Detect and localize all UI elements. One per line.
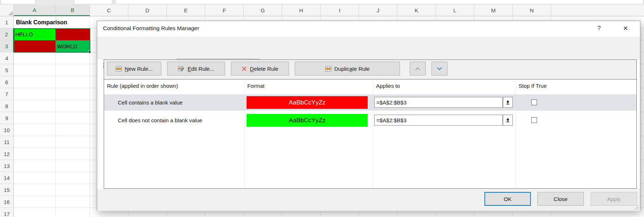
table-grid-icon [325,66,331,71]
row-header-7[interactable]: 7 [0,88,14,100]
applies-to-input[interactable] [374,97,503,108]
move-rule-down-button[interactable] [432,62,447,75]
move-rule-up-button[interactable] [410,62,426,75]
column-header-A[interactable]: A [14,5,55,16]
column-headers: ABCDEFGHIJKLMN [0,5,644,16]
rules-panel: New Rule... Edit Rule... Delete Rule [104,60,637,189]
col-header-rule: Rule (applied in order shown) [107,83,178,89]
fill-handle[interactable] [88,50,91,53]
red-x-icon [242,66,247,71]
row-header-13[interactable]: 13 [0,160,14,172]
applies-to-input[interactable] [374,115,503,126]
select-all-button[interactable] [0,5,14,16]
row-header-14[interactable]: 14 [0,172,14,184]
column-header-M[interactable]: M [474,5,513,16]
row-header-1[interactable]: 1 [0,16,14,28]
column-header-H[interactable]: H [282,5,321,16]
row-header-11[interactable]: 11 [0,136,14,148]
fx-box[interactable] [74,0,112,4]
row-header-6[interactable]: 6 [0,76,14,88]
duplicate-rule-button[interactable]: Duplicate Rule [295,62,400,75]
row-header-15[interactable]: 15 [0,184,14,196]
apply-button[interactable]: Apply [591,192,637,206]
dialog-title: Conditional Formatting Rules Manager [103,25,199,32]
rule-row-2[interactable]: Cell does not contain a blank value AaBb… [104,112,636,128]
collapse-range-icon [505,100,510,105]
conditional-formatting-rules-manager-dialog: Conditional Formatting Rules Manager ? ✕… [97,21,640,210]
select-all-triangle-icon [8,11,13,15]
rule-name: Cell contains a blank value [118,94,182,111]
stop-if-true-checkbox[interactable] [531,117,537,123]
row-header-2[interactable]: 2 [0,28,14,40]
column-header-F[interactable]: F [205,5,244,16]
cell-A3[interactable] [14,40,55,52]
column-header-E[interactable]: E [167,5,205,16]
row-header-5[interactable]: 5 [0,64,14,76]
close-icon[interactable]: ✕ [620,23,631,33]
rule-format-preview: AaBbCcYyZz [247,114,368,127]
column-header-K[interactable]: K [397,5,436,16]
row-header-9[interactable]: 9 [0,112,14,124]
column-header-I[interactable]: I [321,5,359,16]
formula-bar-strip [0,0,644,5]
formula-bar[interactable] [115,0,643,4]
cell-A1[interactable]: Blank Comparison [15,16,98,28]
help-button[interactable]: ? [594,23,604,33]
collapse-range-icon [505,118,510,123]
column-header-C[interactable]: C [90,5,128,16]
col-header-applies-to: Applies to [376,83,400,89]
row-header-12[interactable]: 12 [0,148,14,160]
chevron-up-icon [415,67,421,70]
row-header-3[interactable]: 3 [0,40,14,52]
column-header-L[interactable]: L [436,5,474,16]
rule-name: Cell does not contain a blank value [118,112,202,128]
rules-list: Rule (applied in order shown) Format App… [104,79,636,188]
rule-row-1[interactable]: Cell contains a blank value AaBbCcYyZz [104,94,636,111]
cell-B2[interactable] [55,28,90,40]
column-header-D[interactable]: D [128,5,167,16]
excel-window: ABCDEFGHIJKLMN 1234567891011121314151617… [0,0,644,217]
dialog-footer: OK Close Apply [97,189,640,211]
table-grid-icon [116,66,122,71]
stop-if-true-checkbox[interactable] [531,99,537,105]
row-header-16[interactable]: 16 [0,196,14,208]
column-header-B[interactable]: B [55,5,90,16]
delete-rule-button[interactable]: Delete Rule [231,62,289,75]
rule-format-preview: AaBbCcYyZz [247,96,368,109]
collapse-dialog-button[interactable] [503,115,513,126]
delete-rule-label: Delete Rule [250,66,278,72]
new-rule-label: New Rule... [125,66,153,72]
row-header-17[interactable]: 17 [0,208,14,217]
collapse-dialog-button[interactable] [503,97,513,108]
edit-table-pencil-icon [178,66,185,71]
column-header-N[interactable]: N [513,5,551,16]
column-header-G[interactable]: G [244,5,282,16]
col-header-stop-if-true: Stop If True [519,83,547,89]
show-rules-band: Show formatting rules for: Current Selec… [97,37,640,60]
cell-A2[interactable]: HELLO [14,28,55,40]
close-button[interactable]: Close [537,192,584,206]
edit-rule-button[interactable]: Edit Rule... [167,62,225,75]
col-header-format: Format [247,83,265,89]
ok-button[interactable]: OK [484,192,531,206]
new-rule-button[interactable]: New Rule... [107,62,161,75]
name-box[interactable] [1,0,36,4]
row-header-10[interactable]: 10 [0,124,14,136]
resize-grip[interactable] [635,205,639,210]
row-header-4[interactable]: 4 [0,52,14,64]
edit-rule-label: Edit Rule... [187,66,214,72]
duplicate-rule-label: Duplicate Rule [334,66,370,72]
cell-B3[interactable]: WORLD [55,40,90,52]
row-header-8[interactable]: 8 [0,100,14,112]
chevron-down-icon [437,67,442,70]
column-header-J[interactable]: J [359,5,397,16]
